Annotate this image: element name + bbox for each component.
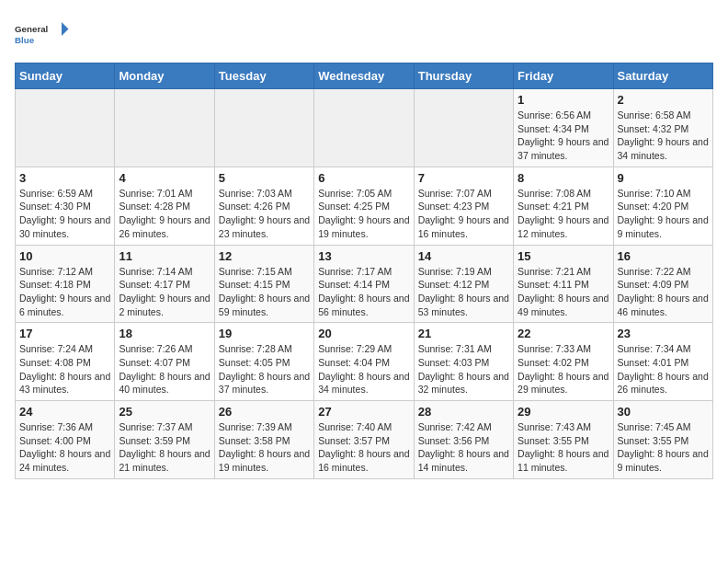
day-cell: 17Sunrise: 7:24 AM Sunset: 4:08 PM Dayli…: [16, 323, 115, 401]
day-number: 26: [219, 405, 310, 419]
day-info: Sunrise: 6:56 AM Sunset: 4:34 PM Dayligh…: [518, 109, 609, 163]
header-tuesday: Tuesday: [214, 63, 313, 89]
day-info: Sunrise: 7:03 AM Sunset: 4:26 PM Dayligh…: [219, 187, 310, 241]
week-row-2: 3Sunrise: 6:59 AM Sunset: 4:30 PM Daylig…: [16, 167, 713, 245]
day-number: 25: [119, 405, 210, 419]
day-info: Sunrise: 7:08 AM Sunset: 4:21 PM Dayligh…: [518, 187, 609, 241]
day-info: Sunrise: 7:14 AM Sunset: 4:17 PM Dayligh…: [119, 265, 210, 319]
day-number: 5: [219, 171, 310, 185]
day-cell: [115, 89, 214, 167]
day-cell: 6Sunrise: 7:05 AM Sunset: 4:25 PM Daylig…: [314, 167, 414, 245]
logo: General Blue: [15, 15, 70, 52]
day-number: 10: [19, 249, 110, 263]
day-cell: 27Sunrise: 7:40 AM Sunset: 3:57 PM Dayli…: [314, 401, 414, 479]
day-cell: 25Sunrise: 7:37 AM Sunset: 3:59 PM Dayli…: [115, 401, 214, 479]
day-cell: 16Sunrise: 7:22 AM Sunset: 4:09 PM Dayli…: [613, 245, 712, 323]
header-wednesday: Wednesday: [314, 63, 414, 89]
day-info: Sunrise: 7:43 AM Sunset: 3:55 PM Dayligh…: [518, 420, 609, 475]
day-number: 15: [518, 249, 609, 263]
day-cell: [214, 89, 313, 167]
day-cell: 4Sunrise: 7:01 AM Sunset: 4:28 PM Daylig…: [115, 167, 214, 245]
header-monday: Monday: [115, 63, 214, 89]
day-info: Sunrise: 7:01 AM Sunset: 4:28 PM Dayligh…: [119, 187, 210, 241]
day-number: 18: [119, 327, 210, 340]
day-cell: 24Sunrise: 7:36 AM Sunset: 4:00 PM Dayli…: [16, 401, 115, 479]
day-cell: 18Sunrise: 7:26 AM Sunset: 4:07 PM Dayli…: [115, 323, 214, 401]
header: General Blue: [15, 15, 713, 52]
day-info: Sunrise: 7:28 AM Sunset: 4:05 PM Dayligh…: [219, 342, 310, 396]
day-info: Sunrise: 7:40 AM Sunset: 3:57 PM Dayligh…: [318, 420, 409, 475]
day-number: 6: [318, 171, 409, 185]
header-sunday: Sunday: [16, 63, 115, 89]
day-cell: 19Sunrise: 7:28 AM Sunset: 4:05 PM Dayli…: [214, 323, 313, 401]
day-cell: 15Sunrise: 7:21 AM Sunset: 4:11 PM Dayli…: [514, 245, 613, 323]
header-friday: Friday: [514, 63, 613, 89]
day-cell: 23Sunrise: 7:34 AM Sunset: 4:01 PM Dayli…: [613, 323, 712, 401]
day-info: Sunrise: 7:29 AM Sunset: 4:04 PM Dayligh…: [318, 342, 409, 396]
day-cell: 12Sunrise: 7:15 AM Sunset: 4:15 PM Dayli…: [214, 245, 313, 323]
day-cell: 2Sunrise: 6:58 AM Sunset: 4:32 PM Daylig…: [613, 89, 712, 167]
day-number: 28: [418, 405, 509, 419]
day-number: 24: [19, 405, 110, 419]
calendar-header-row: SundayMondayTuesdayWednesdayThursdayFrid…: [16, 63, 713, 89]
day-number: 20: [318, 327, 409, 340]
day-info: Sunrise: 7:36 AM Sunset: 4:00 PM Dayligh…: [19, 420, 110, 475]
day-info: Sunrise: 7:26 AM Sunset: 4:07 PM Dayligh…: [119, 342, 210, 396]
day-info: Sunrise: 7:42 AM Sunset: 3:56 PM Dayligh…: [418, 420, 509, 475]
day-cell: 7Sunrise: 7:07 AM Sunset: 4:23 PM Daylig…: [414, 167, 513, 245]
week-row-3: 10Sunrise: 7:12 AM Sunset: 4:18 PM Dayli…: [16, 245, 713, 323]
day-cell: 26Sunrise: 7:39 AM Sunset: 3:58 PM Dayli…: [214, 401, 313, 479]
day-number: 7: [418, 171, 509, 185]
day-number: 19: [219, 327, 310, 340]
day-number: 14: [418, 249, 509, 263]
day-info: Sunrise: 7:19 AM Sunset: 4:12 PM Dayligh…: [418, 265, 509, 319]
day-number: 27: [318, 405, 409, 419]
day-info: Sunrise: 7:10 AM Sunset: 4:20 PM Dayligh…: [618, 187, 709, 241]
day-cell: 20Sunrise: 7:29 AM Sunset: 4:04 PM Dayli…: [314, 323, 414, 401]
day-number: 4: [119, 171, 210, 185]
day-number: 16: [618, 249, 709, 263]
day-cell: 13Sunrise: 7:17 AM Sunset: 4:14 PM Dayli…: [314, 245, 414, 323]
week-row-4: 17Sunrise: 7:24 AM Sunset: 4:08 PM Dayli…: [16, 323, 713, 401]
day-info: Sunrise: 7:12 AM Sunset: 4:18 PM Dayligh…: [19, 265, 110, 319]
svg-text:General: General: [15, 24, 49, 34]
day-number: 11: [119, 249, 210, 263]
day-number: 1: [518, 93, 609, 107]
day-info: Sunrise: 7:39 AM Sunset: 3:58 PM Dayligh…: [219, 420, 310, 475]
day-cell: [314, 89, 414, 167]
day-cell: 30Sunrise: 7:45 AM Sunset: 3:55 PM Dayli…: [613, 401, 712, 479]
day-cell: 21Sunrise: 7:31 AM Sunset: 4:03 PM Dayli…: [414, 323, 513, 401]
header-thursday: Thursday: [414, 63, 513, 89]
day-info: Sunrise: 7:07 AM Sunset: 4:23 PM Dayligh…: [418, 187, 509, 241]
day-info: Sunrise: 6:59 AM Sunset: 4:30 PM Dayligh…: [19, 187, 110, 241]
calendar-table: SundayMondayTuesdayWednesdayThursdayFrid…: [15, 63, 713, 479]
svg-text:Blue: Blue: [15, 35, 35, 45]
day-info: Sunrise: 7:34 AM Sunset: 4:01 PM Dayligh…: [618, 342, 709, 396]
day-number: 3: [19, 171, 110, 185]
day-number: 21: [418, 327, 509, 340]
day-number: 29: [518, 405, 609, 419]
header-saturday: Saturday: [613, 63, 712, 89]
day-cell: 22Sunrise: 7:33 AM Sunset: 4:02 PM Dayli…: [514, 323, 613, 401]
day-number: 17: [19, 327, 110, 340]
svg-marker-2: [62, 22, 69, 36]
day-cell: 1Sunrise: 6:56 AM Sunset: 4:34 PM Daylig…: [514, 89, 613, 167]
day-info: Sunrise: 7:05 AM Sunset: 4:25 PM Dayligh…: [318, 187, 409, 241]
day-info: Sunrise: 7:45 AM Sunset: 3:55 PM Dayligh…: [618, 420, 709, 475]
day-cell: [16, 89, 115, 167]
week-row-1: 1Sunrise: 6:56 AM Sunset: 4:34 PM Daylig…: [16, 89, 713, 167]
week-row-5: 24Sunrise: 7:36 AM Sunset: 4:00 PM Dayli…: [16, 401, 713, 479]
day-number: 22: [518, 327, 609, 340]
day-cell: 3Sunrise: 6:59 AM Sunset: 4:30 PM Daylig…: [16, 167, 115, 245]
day-cell: 14Sunrise: 7:19 AM Sunset: 4:12 PM Dayli…: [414, 245, 513, 323]
day-info: Sunrise: 6:58 AM Sunset: 4:32 PM Dayligh…: [618, 109, 709, 163]
day-number: 2: [618, 93, 709, 107]
day-info: Sunrise: 7:17 AM Sunset: 4:14 PM Dayligh…: [318, 265, 409, 319]
day-number: 12: [219, 249, 310, 263]
day-cell: 5Sunrise: 7:03 AM Sunset: 4:26 PM Daylig…: [214, 167, 313, 245]
day-cell: 28Sunrise: 7:42 AM Sunset: 3:56 PM Dayli…: [414, 401, 513, 479]
day-number: 8: [518, 171, 609, 185]
day-info: Sunrise: 7:24 AM Sunset: 4:08 PM Dayligh…: [19, 342, 110, 396]
day-cell: 29Sunrise: 7:43 AM Sunset: 3:55 PM Dayli…: [514, 401, 613, 479]
day-info: Sunrise: 7:22 AM Sunset: 4:09 PM Dayligh…: [618, 265, 709, 319]
